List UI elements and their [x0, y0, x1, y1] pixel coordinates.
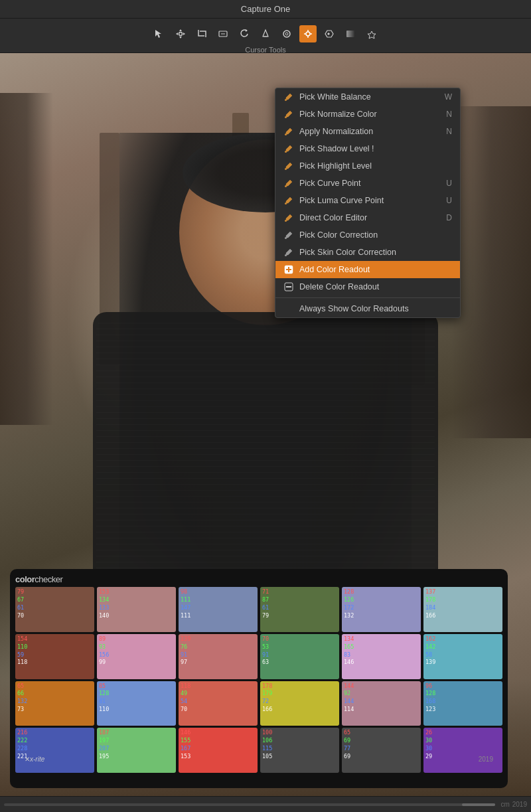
menu-label-apply-normalization: Apply Normalization — [299, 127, 446, 136]
menu-item-pick-highlight-level[interactable]: Pick Highlight Level — [275, 157, 460, 175]
bottom-bar: cm 2019 — [0, 796, 531, 812]
swatch-r3c6: 96128168123 — [423, 681, 502, 726]
menu-shortcut-1: W — [445, 92, 452, 102]
menu-item-pick-skin-color-correction[interactable]: Pick Skin Color Correction — [275, 244, 460, 261]
menu-item-pick-curve-point[interactable]: Pick Curve Point U — [275, 175, 460, 192]
swatch-r1c4: 71876179 — [260, 587, 339, 632]
menu-label-pick-skin-color-correction: Pick Skin Color Correction — [299, 248, 452, 257]
svg-rect-12 — [346, 31, 354, 37]
svg-point-4 — [283, 31, 290, 37]
swatch-r1c2: 153134133140 — [97, 587, 176, 632]
menu-label-always-show: Always Show Color Readouts — [299, 304, 409, 313]
menu-item-add-color-readout[interactable]: Add Color Readout — [275, 261, 460, 278]
eyedropper-icon-2 — [283, 109, 294, 120]
svg-point-5 — [285, 33, 288, 35]
swatch-r3c3: 118495470 — [179, 681, 258, 726]
eyedropper-icon-1 — [283, 92, 294, 102]
swatch-r2c6: 16214258139 — [423, 634, 502, 679]
svg-point-14 — [285, 116, 287, 118]
menu-item-pick-color-correction[interactable]: Pick Color Correction — [275, 226, 460, 244]
gradient-tool[interactable] — [342, 25, 359, 42]
scrollbar-track[interactable] — [4, 803, 495, 806]
menu-label-delete-color-readout: Delete Color Readout — [299, 282, 452, 291]
spot-removal-tool[interactable] — [278, 25, 295, 42]
svg-point-20 — [285, 220, 287, 222]
menu-item-apply-normalization[interactable]: Apply Normalization N — [275, 123, 460, 140]
menu-label-direct-color-editor: Direct Color Editor — [299, 213, 446, 222]
menu-shortcut-4: U — [446, 179, 452, 188]
swatch-r2c4: 70539163 — [260, 634, 339, 679]
mask-tool[interactable] — [321, 25, 338, 42]
toolbar: Cursor Tools — [0, 19, 531, 53]
eyedropper-icon-8 — [283, 212, 294, 223]
colorchecker-card: colorchecker 79676170 15411059118 65661 — [10, 569, 508, 788]
swatch-r2c5: 13416583146 — [342, 634, 421, 679]
colorchecker-brand-label: colorchecker — [15, 574, 62, 584]
eyedropper-icon-3 — [283, 126, 294, 137]
year-label: 2019 — [479, 756, 493, 763]
menu-item-pick-white-balance[interactable]: Pick White Balance W — [275, 88, 460, 106]
menu-item-delete-color-readout[interactable]: Delete Color Readout — [275, 278, 460, 295]
svg-point-0 — [179, 33, 183, 36]
swatch-r4c6: 26303029 — [423, 728, 502, 773]
readout-add-icon — [283, 264, 294, 275]
swatch-r4c5: 65697769 — [342, 728, 421, 773]
eyedropper-icon-7 — [283, 195, 294, 206]
svg-point-22 — [285, 254, 287, 256]
swatch-r2c1: 15411059118 — [15, 634, 94, 679]
menu-label-add-color-readout: Add Color Readout — [299, 265, 452, 274]
toolbar-icons — [145, 23, 386, 45]
swatch-r4c2: 187197207195 — [97, 728, 176, 773]
svg-point-13 — [285, 99, 287, 101]
swatch-r3c5: 14492144114 — [342, 681, 421, 726]
menu-label-pick-normalize-color: Pick Normalize Color — [299, 110, 446, 119]
more-tool[interactable] — [363, 25, 380, 42]
footer-year: 2019 — [512, 801, 527, 808]
dropdown-menu: Pick White Balance W Pick Normalize Colo… — [275, 88, 461, 318]
title-bar: Capture One — [0, 0, 531, 19]
menu-item-pick-luma-curve-point[interactable]: Pick Luma Curve Point U — [275, 192, 460, 209]
svg-point-21 — [285, 237, 287, 239]
crop-tool[interactable] — [193, 25, 210, 42]
swatch-r1c5: 128126172132 — [342, 587, 421, 632]
menu-item-always-show-color-readouts[interactable]: Always Show Color Readouts — [275, 300, 460, 317]
swatch-r4c3: 146155167153 — [179, 728, 258, 773]
menu-item-direct-color-editor[interactable]: Direct Color Editor D — [275, 209, 460, 226]
menu-shortcut-2: N — [446, 110, 452, 119]
swatch-r3c2: 8512881110 — [97, 681, 176, 726]
select-tool[interactable] — [151, 25, 168, 42]
menu-label-pick-shadow-level: Pick Shadow Level ! — [299, 144, 452, 153]
eyedropper-icon-10 — [283, 247, 294, 258]
menu-label-pick-white-balance: Pick White Balance — [299, 92, 445, 102]
swatch-r4c4: 100106115105 — [260, 728, 339, 773]
eyedropper-icon-4 — [283, 143, 294, 154]
scrollbar-thumb[interactable] — [462, 803, 495, 806]
xrite-logo: ✕x-rite — [25, 756, 44, 763]
rotate-tool[interactable] — [236, 25, 253, 42]
menu-shortcut-5: U — [446, 196, 452, 205]
picker-tool[interactable] — [299, 25, 317, 42]
swatch-r1c6: 137178184166 — [423, 587, 502, 632]
svg-point-19 — [285, 203, 287, 204]
swatch-r3c4: 17817972166 — [260, 681, 339, 726]
readout-delete-icon — [283, 282, 294, 292]
straighten-tool[interactable] — [214, 25, 232, 42]
menu-label-pick-highlight-level: Pick Highlight Level — [299, 161, 452, 171]
colorchecker-grid: 79676170 15411059118 656613273 216222228… — [15, 587, 502, 773]
menu-divider — [275, 297, 460, 298]
menu-item-pick-normalize-color[interactable]: Pick Normalize Color N — [275, 106, 460, 123]
pan-tool[interactable] — [172, 25, 189, 42]
swatch-r2c2: 899315699 — [97, 634, 176, 679]
footer-cm: cm — [500, 801, 509, 808]
menu-shortcut-3: N — [446, 127, 452, 136]
eyedropper-icon-6 — [283, 178, 294, 189]
keystone-tool[interactable] — [257, 25, 274, 42]
menu-label-pick-luma-curve-point: Pick Luma Curve Point — [299, 196, 446, 205]
svg-point-15 — [285, 133, 287, 135]
swatch-r1c1: 79676170 — [15, 587, 94, 632]
svg-point-16 — [285, 151, 287, 153]
menu-item-pick-shadow-level[interactable]: Pick Shadow Level ! — [275, 140, 460, 157]
svg-point-18 — [285, 185, 287, 187]
eyedropper-icon-5 — [283, 161, 294, 171]
menu-label-pick-curve-point: Pick Curve Point — [299, 179, 446, 188]
